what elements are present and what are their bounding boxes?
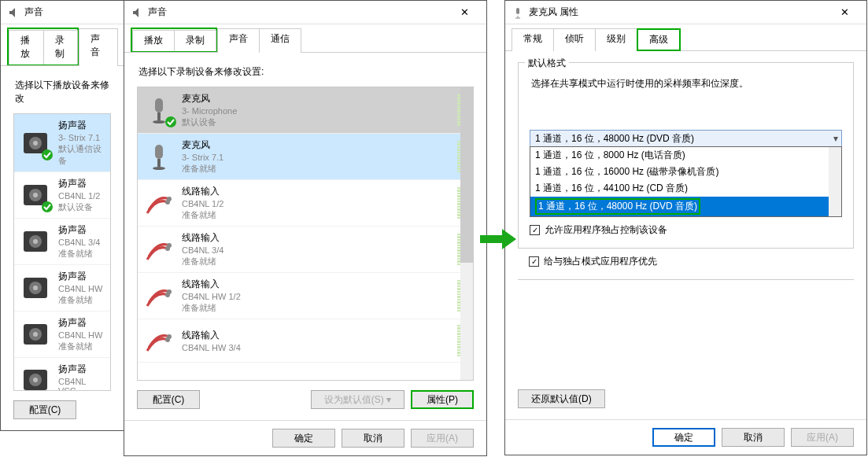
svg-rect-25 xyxy=(157,159,161,167)
device-sub: 3- Strix 7.1 xyxy=(182,153,451,162)
instruction-text: 选择以下播放设备来修改 xyxy=(15,79,111,105)
window-title: 麦克风 属性 xyxy=(529,6,829,19)
exclusive-priority-row[interactable]: ✓ 给与独占模式应用程序优先 xyxy=(529,255,854,268)
linein-device-icon xyxy=(142,233,175,266)
exclusive-control-row[interactable]: ✓ 允许应用程序独占控制该设备 xyxy=(530,223,842,237)
device-status: 默认设备 xyxy=(58,201,105,213)
device-row[interactable]: 扬声器 CB4NL HW 准备就绪 xyxy=(14,311,110,358)
speaker-device-icon xyxy=(19,225,52,258)
device-row[interactable]: 线路输入 CB4NL 3/4 准备就绪 xyxy=(138,227,473,273)
configure-button[interactable]: 配置(C) xyxy=(137,390,200,409)
device-sub: CB4NL HW 1/2 xyxy=(182,292,451,301)
tab-playback[interactable]: 播放 xyxy=(9,30,44,64)
tab-sound[interactable]: 声音 xyxy=(217,28,260,53)
titlebar: 声音 ✕ xyxy=(124,1,486,24)
format-desc: 选择在共享模式中运行时使用的采样频率和位深度。 xyxy=(531,77,842,90)
cancel-button[interactable]: 取消 xyxy=(722,428,785,447)
svg-point-13 xyxy=(33,286,38,290)
format-select[interactable]: 1 通道，16 位，48000 Hz (DVD 音质) ▾ xyxy=(530,130,842,147)
format-dropdown[interactable]: 1 通道，16 位，8000 Hz (电话音质)1 通道，16 位，16000 … xyxy=(530,146,842,217)
cancel-button[interactable]: 取消 xyxy=(342,429,404,448)
svg-point-16 xyxy=(33,332,38,337)
tabs: 播放 录制 声音 xyxy=(1,26,124,66)
device-status: 准备就绪 xyxy=(182,256,451,267)
mic-properties-window: 麦克风 属性 ✕ 常规 侦听 级别 高级 默认格式 选择在共享模式中运行时使用的… xyxy=(504,0,867,455)
set-default-button[interactable]: 设为默认值(S) ▾ xyxy=(311,390,404,409)
speaker-device-icon xyxy=(19,127,52,160)
checkbox-icon[interactable]: ✓ xyxy=(530,225,540,235)
tab-comm[interactable]: 通信 xyxy=(259,28,301,53)
configure-button[interactable]: 配置(C) xyxy=(13,400,76,419)
restore-defaults-button[interactable]: 还原默认值(D) xyxy=(518,389,605,408)
svg-point-26 xyxy=(153,167,165,170)
check-label: 允许应用程序独占控制该设备 xyxy=(545,223,667,237)
apply-button[interactable]: 应用(A) xyxy=(411,429,474,448)
device-row[interactable]: 线路输入 CB4NL HW 1/2 准备就绪 xyxy=(138,273,473,319)
svg-point-28 xyxy=(165,200,170,205)
tab-general[interactable]: 常规 xyxy=(512,28,554,51)
dropdown-scrollbar[interactable] xyxy=(829,147,841,216)
close-button[interactable]: ✕ xyxy=(829,2,860,24)
device-sub: CB4NL 1/2 xyxy=(182,199,451,208)
tab-playback[interactable]: 播放 xyxy=(132,30,175,51)
tab-level[interactable]: 级别 xyxy=(595,28,637,51)
device-row[interactable]: 线路输入 CB4NL HW 3/4 xyxy=(138,319,473,363)
device-name: 扬声器 xyxy=(58,119,105,132)
device-row[interactable]: 扬声器 CB4NL HW 准备就绪 xyxy=(14,265,110,311)
svg-point-6 xyxy=(33,193,38,197)
dropdown-option[interactable]: 1 通道，16 位，16000 Hz (磁带录像机音质) xyxy=(530,164,841,180)
svg-point-10 xyxy=(33,239,38,244)
speaker-icon xyxy=(131,6,143,19)
svg-point-34 xyxy=(165,337,170,342)
ok-button[interactable]: 确定 xyxy=(272,429,335,448)
tab-listen[interactable]: 侦听 xyxy=(553,28,596,51)
mic-device-icon xyxy=(142,94,175,127)
device-name: 扬声器 xyxy=(58,270,105,283)
device-sub: 3- Strix 7.1 xyxy=(58,133,105,142)
speaker-icon xyxy=(7,6,20,19)
svg-point-3 xyxy=(42,149,53,160)
device-row[interactable]: 线路输入 CB4NL 1/2 准备就绪 xyxy=(138,180,473,227)
device-row[interactable]: 扬声器 3- Strix 7.1 默认通信设备 xyxy=(14,114,110,172)
device-row[interactable]: 扬声器 CB4NL 3/4 准备就绪 xyxy=(14,219,110,265)
device-row[interactable]: 麦克风 3- Strix 7.1 准备就绪 xyxy=(138,134,473,180)
tab-sound[interactable]: 声音 xyxy=(79,28,118,66)
dropdown-option[interactable]: 1 通道，16 位，8000 Hz (电话音质) xyxy=(530,147,841,164)
tab-recording[interactable]: 录制 xyxy=(43,30,79,64)
device-sub: CB4NL HW xyxy=(58,330,105,340)
divider xyxy=(518,279,854,280)
instruction-text: 选择以下录制设备来修改设置: xyxy=(139,65,474,79)
device-row[interactable]: 麦克风 3- Microphone 默认设备 xyxy=(138,87,473,134)
titlebar: 麦克风 属性 ✕ xyxy=(505,1,866,24)
device-row[interactable]: 扬声器 CB4NL 1/2 默认设备 xyxy=(14,172,110,219)
tabs: 播放 录制 声音 通信 xyxy=(124,26,486,53)
tab-highlight: 播放 录制 xyxy=(7,28,79,65)
mic-icon xyxy=(512,6,524,19)
tab-recording[interactable]: 录制 xyxy=(174,30,216,51)
dropdown-option[interactable]: 1 通道，16 位，44100 Hz (CD 音质) xyxy=(530,180,841,197)
checkbox-icon[interactable]: ✓ xyxy=(529,256,539,267)
sound-window-recording: 声音 ✕ 播放 录制 声音 通信 选择以下录制设备来修改设置: 麦克风 3- M… xyxy=(124,0,487,456)
device-scroll: 扬声器 3- Strix 7.1 默认通信设备 扬声器 CB4NL 1/2 默认… xyxy=(14,114,110,390)
properties-button[interactable]: 属性(P) xyxy=(411,390,474,409)
svg-rect-24 xyxy=(155,145,163,159)
device-row[interactable]: 扬声器 CB4NL VSC xyxy=(14,358,110,390)
close-button[interactable]: ✕ xyxy=(449,2,480,24)
device-status: 准备就绪 xyxy=(182,302,451,314)
dialog-footer: 确定 取消 应用(A) xyxy=(505,419,866,455)
ok-button[interactable]: 确定 xyxy=(652,428,715,447)
apply-button[interactable]: 应用(A) xyxy=(791,428,854,447)
scrollbar[interactable] xyxy=(460,87,473,380)
device-sub: 3- Microphone xyxy=(182,106,451,116)
dropdown-option[interactable]: 1 通道，16 位，48000 Hz (DVD 音质) xyxy=(530,197,841,216)
device-name: 麦克风 xyxy=(182,92,451,105)
svg-point-30 xyxy=(165,246,170,251)
speaker-device-icon xyxy=(19,318,52,351)
tab-advanced[interactable]: 高级 xyxy=(637,28,681,51)
device-sub: CB4NL 1/2 xyxy=(58,191,105,201)
speaker-device-icon xyxy=(19,363,52,391)
group-legend: 默认格式 xyxy=(525,57,569,70)
device-name: 扬声器 xyxy=(58,316,105,330)
device-status: 准备就绪 xyxy=(58,248,105,260)
dialog-footer: 确定 取消 应用(A) xyxy=(124,420,486,455)
